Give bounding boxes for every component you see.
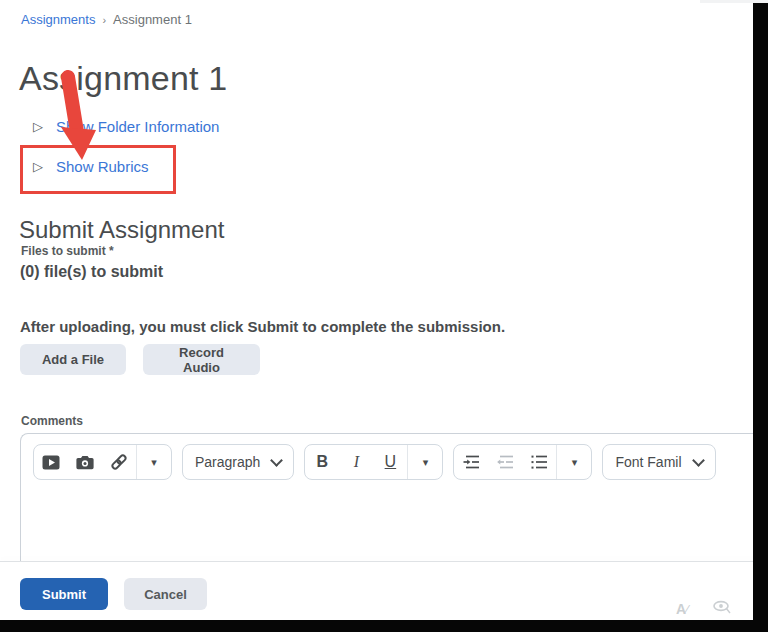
toolbar-list-indent-group: ▾: [453, 444, 592, 480]
bullet-list-icon[interactable]: [522, 445, 556, 479]
preview-eye-icon[interactable]: [712, 600, 732, 618]
insert-image-camera-icon[interactable]: [68, 445, 102, 479]
comments-rich-text-editor[interactable]: ▾ Paragraph B I U ▾: [20, 433, 768, 562]
editor-content-area[interactable]: [21, 480, 768, 550]
paragraph-format-label: Paragraph: [183, 454, 264, 470]
show-folder-information-toggle[interactable]: ▷ Show Folder Information: [33, 118, 219, 135]
insert-link-icon[interactable]: [102, 445, 136, 479]
editor-footer-icons: A⁄: [676, 600, 732, 618]
bold-button[interactable]: B: [305, 445, 339, 479]
files-to-submit-label: Files to submit *: [21, 244, 114, 258]
assignment-submission-page: Assignments › Assignment 1 Assignment 1 …: [0, 0, 768, 632]
breadcrumb-separator-icon: ›: [102, 14, 106, 26]
indent-icon[interactable]: [454, 445, 488, 479]
breadcrumb: Assignments › Assignment 1: [21, 12, 192, 27]
outdent-icon[interactable]: [488, 445, 522, 479]
collapsed-triangle-icon: ▷: [33, 120, 43, 133]
insert-video-icon[interactable]: [34, 445, 68, 479]
chevron-down-icon: [271, 454, 284, 467]
cancel-button[interactable]: Cancel: [124, 578, 207, 610]
breadcrumb-link-assignments[interactable]: Assignments: [21, 12, 95, 27]
page-title: Assignment 1: [19, 59, 227, 98]
submit-instruction-text: After uploading, you must click Submit t…: [20, 318, 505, 335]
toolbar-text-style-group: B I U ▾: [304, 444, 443, 480]
show-folder-information-link[interactable]: Show Folder Information: [56, 118, 219, 135]
window-border-right: [753, 3, 768, 632]
toolbar-insert-group: ▾: [33, 444, 172, 480]
font-family-label: Font Famil: [603, 454, 685, 470]
breadcrumb-current: Assignment 1: [113, 12, 192, 27]
chevron-down-icon: [692, 454, 705, 467]
accessibility-check-icon[interactable]: A⁄: [676, 600, 688, 618]
italic-button[interactable]: I: [339, 445, 373, 479]
record-audio-button[interactable]: Record Audio: [143, 344, 260, 375]
text-style-more-dropdown-icon[interactable]: ▾: [408, 445, 442, 479]
submit-button[interactable]: Submit: [20, 578, 108, 610]
annotation-highlight-box: [20, 145, 176, 194]
add-a-file-button[interactable]: Add a File: [20, 344, 126, 375]
submit-assignment-heading: Submit Assignment: [19, 216, 224, 244]
footer-divider: [0, 561, 768, 562]
comments-label: Comments: [21, 414, 83, 428]
list-more-dropdown-icon[interactable]: ▾: [557, 445, 591, 479]
editor-toolbar: ▾ Paragraph B I U ▾: [21, 434, 768, 480]
window-border-bottom: [0, 620, 768, 632]
paragraph-format-dropdown[interactable]: Paragraph: [182, 444, 294, 480]
underline-button[interactable]: U: [373, 445, 407, 479]
font-family-dropdown[interactable]: Font Famil: [602, 444, 715, 480]
files-count-text: (0) file(s) to submit: [20, 263, 163, 281]
insert-more-dropdown-icon[interactable]: ▾: [137, 445, 171, 479]
